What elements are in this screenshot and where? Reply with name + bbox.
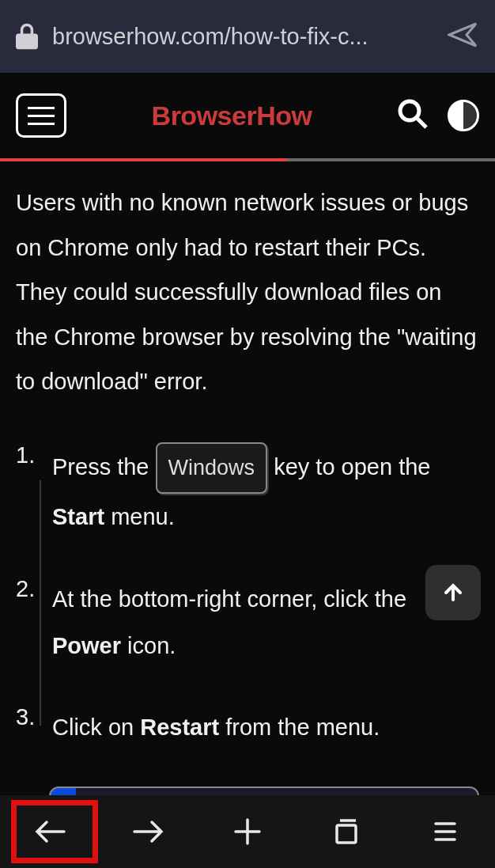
step-item: 3. Click on Restart from the menu. [16, 704, 479, 751]
tabs-button[interactable] [315, 808, 378, 855]
url-text[interactable]: browserhow.com/how-to-fix-c... [52, 24, 433, 50]
site-logo[interactable]: BrowserHow [152, 100, 312, 131]
forward-button[interactable] [117, 808, 180, 855]
reading-progress-bar [0, 158, 495, 161]
svg-point-0 [400, 101, 419, 120]
new-tab-button[interactable] [216, 808, 279, 855]
step-number: 1. [16, 442, 38, 541]
keyboard-key: Windows [156, 442, 268, 494]
theme-toggle-icon[interactable] [448, 100, 479, 131]
scroll-to-top-button[interactable] [425, 565, 481, 620]
step-text: Click on Restart from the menu. [52, 704, 479, 751]
site-header: BrowserHow [0, 73, 495, 158]
menu-button[interactable] [414, 808, 477, 855]
step-number: 3. [16, 704, 38, 751]
article-content: Users with no known network issues or bu… [0, 161, 495, 859]
lock-icon [16, 23, 38, 50]
send-icon[interactable] [448, 21, 479, 52]
intro-paragraph: Users with no known network issues or bu… [16, 180, 479, 404]
hamburger-menu-button[interactable] [16, 93, 66, 138]
back-button-highlight [11, 800, 98, 863]
svg-rect-3 [337, 825, 356, 843]
step-text: At the bottom-right corner, click the Po… [52, 576, 479, 670]
reading-progress-fill [0, 158, 287, 161]
step-item: 1. Press the Windows key to open the Sta… [16, 442, 479, 541]
step-item: 2. At the bottom-right corner, click the… [16, 576, 479, 670]
svg-line-1 [418, 119, 426, 127]
search-icon[interactable] [397, 98, 429, 133]
steps-list: 1. Press the Windows key to open the Sta… [16, 442, 479, 752]
browser-address-bar: browserhow.com/how-to-fix-c... [0, 0, 495, 73]
step-text: Press the Windows key to open the Start … [52, 442, 479, 541]
step-number: 2. [16, 576, 38, 670]
